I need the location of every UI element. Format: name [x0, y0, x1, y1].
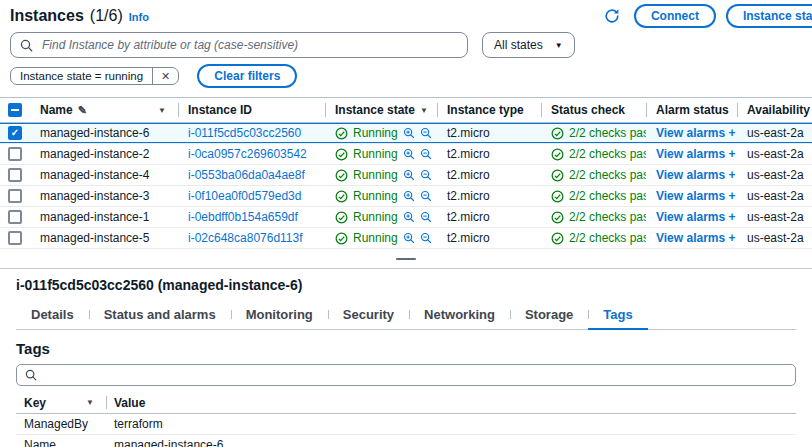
table-row[interactable]: managed-instance-3 i-0f10ea0f0d579ed3d R… — [0, 186, 812, 207]
status-check-value: 2/2 checks passed — [569, 168, 646, 182]
column-header-status-check[interactable]: Status check — [541, 98, 646, 122]
filter-zoom-out-icon[interactable] — [420, 148, 432, 160]
info-link[interactable]: Info — [129, 11, 149, 23]
row-select-cell — [0, 186, 30, 206]
instance-id-link[interactable]: i-0ca0957c269603542 — [188, 147, 307, 161]
state-filter-select[interactable]: All states ▼ — [482, 32, 575, 58]
chevron-down-icon: ▼ — [555, 41, 563, 50]
filter-zoom-out-icon[interactable] — [420, 211, 432, 223]
tab-tags[interactable]: Tags — [588, 302, 647, 329]
filter-zoom-out-icon[interactable] — [420, 127, 432, 139]
column-header-instance-state[interactable]: Instance state ▼ — [325, 98, 437, 122]
status-check-value: 2/2 checks passed — [569, 189, 646, 203]
tab-networking[interactable]: Networking — [409, 302, 510, 329]
instance-name: managed-instance-3 — [30, 186, 178, 206]
availability-zone: us-east-2a — [737, 123, 812, 143]
refresh-button[interactable] — [600, 4, 624, 28]
tab-monitoring[interactable]: Monitoring — [231, 302, 328, 329]
instance-state-button[interactable]: Instance state — [726, 4, 812, 28]
splitter-drag-handle-icon[interactable] — [396, 258, 416, 260]
search-icon — [25, 369, 37, 381]
row-checkbox[interactable] — [8, 168, 22, 182]
tags-table-header: Key ▼ Value — [16, 392, 796, 414]
tag-row: ManagedBy terraform — [16, 414, 796, 435]
filter-zoom-in-icon[interactable] — [403, 148, 415, 160]
row-checkbox[interactable] — [8, 189, 22, 203]
remove-filter-icon[interactable]: ✕ — [152, 68, 178, 84]
instance-state-value: Running — [353, 189, 398, 203]
instances-table: Name ✎ ▼ Instance ID Instance state ▼ In… — [0, 97, 812, 249]
instance-id-link[interactable]: i-02c648ca8076d113f — [188, 231, 303, 245]
filter-caret-icon[interactable]: ▼ — [420, 106, 428, 115]
table-row[interactable]: managed-instance-2 i-0ca0957c269603542 R… — [0, 144, 812, 165]
panel-splitter[interactable] — [0, 249, 812, 269]
status-check-icon — [551, 232, 564, 245]
row-checkbox[interactable] — [8, 210, 22, 224]
instance-search-input[interactable] — [40, 37, 458, 53]
row-select-cell: ✓ — [0, 123, 30, 143]
instance-type: t2.micro — [437, 207, 541, 227]
view-alarms-link[interactable]: View alarms + — [656, 168, 736, 182]
row-checkbox[interactable]: ✓ — [8, 126, 22, 140]
instance-type: t2.micro — [437, 123, 541, 143]
row-checkbox[interactable] — [8, 147, 22, 161]
filter-chip-label: Instance state = running — [11, 68, 152, 84]
sort-icon[interactable]: ▼ — [86, 398, 94, 407]
row-checkbox[interactable] — [8, 231, 22, 245]
sort-icon[interactable]: ▼ — [158, 106, 166, 115]
tab-details[interactable]: Details — [16, 302, 89, 329]
availability-zone: us-east-2a — [737, 207, 812, 227]
instance-id-link[interactable]: i-0553ba06da0a4ae8f — [188, 168, 305, 182]
view-alarms-link[interactable]: View alarms + — [656, 147, 736, 161]
instance-name: managed-instance-5 — [30, 228, 178, 248]
column-header-name[interactable]: Name ✎ ▼ — [30, 98, 178, 122]
running-status-icon — [335, 190, 348, 203]
running-status-icon — [335, 127, 348, 140]
tab-storage[interactable]: Storage — [510, 302, 588, 329]
instance-state-value: Running — [353, 147, 398, 161]
column-header-alarm-status[interactable]: Alarm status — [646, 98, 737, 122]
select-all-checkbox[interactable] — [8, 103, 22, 117]
tab-status-and-alarms[interactable]: Status and alarms — [89, 302, 231, 329]
instance-name: managed-instance-1 — [30, 207, 178, 227]
table-row[interactable]: managed-instance-5 i-02c648ca8076d113f R… — [0, 228, 812, 249]
filter-zoom-in-icon[interactable] — [403, 190, 415, 202]
instance-id-link[interactable]: i-0ebdff0b154a659df — [188, 210, 298, 224]
column-header-instance-id[interactable]: Instance ID — [178, 98, 325, 122]
connect-button[interactable]: Connect — [634, 4, 716, 28]
tags-search-box[interactable] — [16, 364, 796, 386]
column-header-instance-type[interactable]: Instance type — [437, 98, 541, 122]
clear-filters-button[interactable]: Clear filters — [197, 64, 297, 88]
filter-zoom-in-icon[interactable] — [403, 169, 415, 181]
table-row[interactable]: managed-instance-4 i-0553ba06da0a4ae8f R… — [0, 165, 812, 186]
availability-zone: us-east-2a — [737, 228, 812, 248]
instance-name: managed-instance-4 — [30, 165, 178, 185]
ec2-instances-console: Instances (1/6) Info Connect Instance st… — [0, 0, 812, 447]
instance-search-box[interactable] — [10, 32, 468, 58]
filter-zoom-out-icon[interactable] — [420, 232, 432, 244]
instance-id-link[interactable]: i-011f5cd5c03cc2560 — [188, 126, 301, 140]
row-select-cell — [0, 228, 30, 248]
instance-id-link[interactable]: i-0f10ea0f0d579ed3d — [188, 189, 301, 203]
column-header-availability-zone[interactable]: Availability Zone — [737, 98, 812, 122]
tags-search-input[interactable] — [44, 367, 787, 383]
table-header-row: Name ✎ ▼ Instance ID Instance state ▼ In… — [0, 98, 812, 123]
filter-zoom-in-icon[interactable] — [403, 127, 415, 139]
filter-zoom-in-icon[interactable] — [403, 232, 415, 244]
table-row[interactable]: ✓ managed-instance-6 i-011f5cd5c03cc2560… — [0, 123, 812, 144]
table-row[interactable]: managed-instance-1 i-0ebdff0b154a659df R… — [0, 207, 812, 228]
view-alarms-link[interactable]: View alarms + — [656, 231, 736, 245]
filter-zoom-in-icon[interactable] — [403, 211, 415, 223]
filter-zoom-out-icon[interactable] — [420, 190, 432, 202]
tab-security[interactable]: Security — [328, 302, 409, 329]
filter-zoom-out-icon[interactable] — [420, 169, 432, 181]
page-header: Instances (1/6) Info Connect Instance st… — [0, 0, 812, 28]
column-header-key[interactable]: Key ▼ — [16, 392, 106, 413]
view-alarms-link[interactable]: View alarms + — [656, 210, 736, 224]
column-header-value[interactable]: Value — [106, 392, 796, 413]
view-alarms-link[interactable]: View alarms + — [656, 126, 736, 140]
instance-type: t2.micro — [437, 228, 541, 248]
view-alarms-link[interactable]: View alarms + — [656, 189, 736, 203]
filter-chip: Instance state = running ✕ — [10, 67, 179, 85]
refresh-icon — [604, 8, 620, 24]
